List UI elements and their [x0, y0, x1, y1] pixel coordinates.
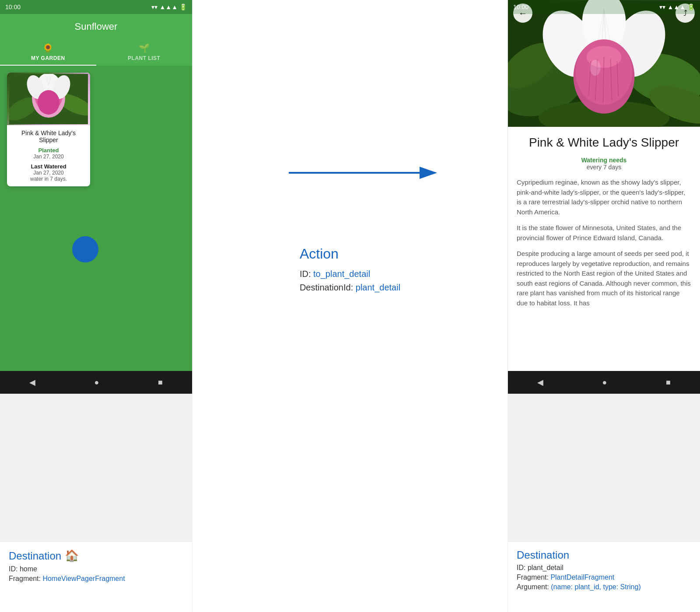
plant-list-icon: 🌱 [139, 43, 150, 53]
left-nav-bar: ◀ ● ■ [0, 371, 192, 394]
action-dest-label: DestinationId: [300, 283, 353, 292]
home-button-left[interactable]: ● [94, 378, 99, 387]
recents-button-right[interactable]: ■ [666, 378, 671, 387]
bottom-middle-space [192, 542, 508, 612]
plant-detail-content: Pink & White Lady's Slipper Watering nee… [508, 127, 700, 371]
tab-bar: 🌻 MY GARDEN 🌱 PLANT LIST [0, 39, 192, 66]
plant-card-body: Pink & White Lady's Slipper Planted Jan … [7, 125, 90, 186]
right-dest-fragment-label: Fragment: [517, 574, 549, 581]
right-status-bar: 10:00 ▾▾ ▲▲▲ 🔋 [508, 0, 700, 14]
left-dest-fragment-value: HomeViewPagerFragment [42, 575, 125, 582]
watered-next: water in 7 days. [12, 176, 85, 182]
signal-icon: ▲▲▲ [159, 3, 178, 10]
bottom-info-area: Destination 🏠 ID: home Fragment: HomeVie… [0, 542, 700, 612]
last-watered-label: Last Watered [12, 163, 85, 170]
right-dest-argument-line: Argument: (name: plant_id, type: String) [517, 583, 691, 591]
app-bar-title: Sunflower [0, 14, 192, 39]
watering-needs-value: every 7 days [517, 164, 691, 171]
right-dest-argument-value: (name: plant_id, type: String) [551, 583, 640, 591]
action-box: Action ID: to_plant_detail DestinationId… [300, 246, 400, 296]
battery-icon: 🔋 [179, 3, 187, 10]
left-dest-title-text: Destination [9, 550, 61, 562]
right-signal-icon: ▲▲▲ [667, 3, 686, 10]
svg-point-9 [38, 90, 60, 115]
app-title-text: Sunflower [75, 21, 118, 32]
home-icon: 🏠 [65, 549, 79, 563]
svg-point-35 [590, 60, 601, 76]
action-title: Action [300, 246, 400, 262]
right-dest-id-line: ID: plant_detail [517, 564, 691, 572]
right-dest-id-label: ID: [517, 564, 525, 571]
wifi-icon: ▾▾ [151, 3, 158, 10]
right-dest-fragment-line: Fragment: PlantDetailFragment [517, 574, 691, 581]
bottom-left-destination: Destination 🏠 ID: home Fragment: HomeVie… [0, 542, 192, 612]
blue-dot-indicator [72, 236, 98, 262]
plant-description: Cypripedium reginae, known as the showy … [517, 178, 691, 308]
tab-plant-list-label: PLANT LIST [128, 55, 160, 61]
right-dest-title-text: Destination [517, 549, 569, 561]
left-dest-id-line: ID: home [9, 565, 183, 573]
plant-detail-header: 10:00 ▾▾ ▲▲▲ 🔋 ← ⤴ [508, 0, 700, 127]
action-id-value: to_plant_detail [313, 269, 370, 279]
back-button-left[interactable]: ◀ [29, 378, 35, 387]
planted-label: Planted [12, 147, 85, 154]
right-time: 10:00 [513, 3, 528, 10]
left-status-bar: 10:00 ▾▾ ▲▲▲ 🔋 [0, 0, 192, 14]
plant-card-image [7, 73, 90, 125]
watered-date: Jan 27, 2020 [12, 170, 85, 176]
navigation-arrow [280, 162, 446, 184]
right-phone: 10:00 ▾▾ ▲▲▲ 🔋 ← ⤴ [508, 0, 700, 394]
watering-needs-label: Watering needs [517, 157, 691, 164]
garden-content: Pink & White Lady's Slipper Planted Jan … [0, 66, 192, 371]
left-dest-title: Destination 🏠 [9, 549, 183, 563]
left-phone: 10:00 ▾▾ ▲▲▲ 🔋 Sunflower 🌻 MY GARDEN 🌱 P… [0, 0, 192, 394]
action-dest-line: DestinationId: plant_detail [300, 283, 400, 293]
left-status-icons: ▾▾ ▲▲▲ 🔋 [151, 3, 187, 10]
left-time: 10:00 [5, 3, 21, 10]
planted-date: Jan 27, 2020 [12, 154, 85, 160]
back-button-right[interactable]: ◀ [537, 378, 543, 387]
action-dest-value: plant_detail [356, 283, 400, 292]
right-battery-icon: 🔋 [687, 3, 695, 10]
action-id-label: ID: [300, 269, 311, 279]
description-para-3: Despite producing a large amount of seed… [517, 249, 691, 308]
plant-thumbnail [7, 73, 90, 125]
right-wifi-icon: ▾▾ [659, 3, 665, 10]
action-id-line: ID: to_plant_detail [300, 269, 400, 279]
right-dest-title: Destination [517, 549, 691, 561]
home-button-right[interactable]: ● [602, 378, 607, 387]
left-dest-fragment-label: Fragment: [9, 575, 41, 582]
right-dest-id-value: plant_detail [528, 564, 564, 571]
right-status-icons: ▾▾ ▲▲▲ 🔋 [659, 3, 695, 10]
detail-plant-name: Pink & White Lady's Slipper [517, 136, 691, 150]
description-para-1: Cypripedium reginae, known as the showy … [517, 178, 691, 217]
left-dest-fragment-line: Fragment: HomeViewPagerFragment [9, 575, 183, 583]
tab-my-garden-label: MY GARDEN [31, 55, 65, 61]
right-dest-argument-label: Argument: [517, 583, 549, 591]
right-nav-bar: ◀ ● ■ [508, 371, 700, 394]
plant-detail-image [508, 0, 700, 127]
description-para-2: It is the state flower of Minnesota, Uni… [517, 223, 691, 243]
tab-my-garden[interactable]: 🌻 MY GARDEN [0, 39, 96, 65]
right-dest-fragment-value: PlantDetailFragment [550, 574, 614, 581]
action-panel: Action ID: to_plant_detail DestinationId… [192, 0, 508, 542]
my-garden-icon: 🌻 [42, 43, 54, 53]
bottom-right-destination: Destination ID: plant_detail Fragment: P… [508, 542, 700, 612]
left-dest-id-value: home [20, 565, 37, 573]
plant-card[interactable]: Pink & White Lady's Slipper Planted Jan … [7, 73, 90, 186]
plant-card-name: Pink & White Lady's Slipper [12, 129, 85, 143]
left-dest-id-label: ID: [9, 565, 18, 573]
recents-button-left[interactable]: ■ [158, 378, 163, 387]
tab-plant-list[interactable]: 🌱 PLANT LIST [96, 39, 192, 65]
